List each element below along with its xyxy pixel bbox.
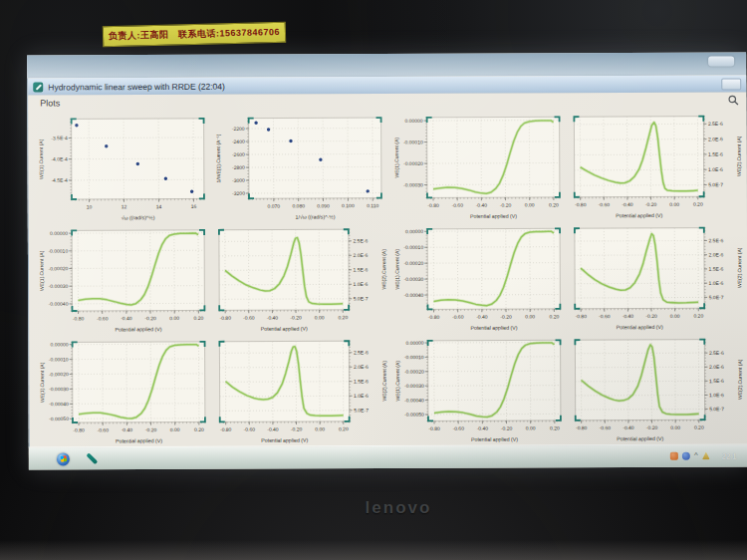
chart-disk-lsv-2[interactable]: -0.80-0.60-0.40-0.200.000.200.00000-0.00…: [35, 224, 212, 336]
svg-text:√ω ((rad/s)^½): √ω ((rad/s)^½): [122, 214, 155, 220]
svg-text:-2400: -2400: [232, 139, 245, 144]
svg-text:-0.80: -0.80: [73, 315, 85, 321]
tray-app-icon-orange[interactable]: [670, 452, 678, 460]
titlebar-button[interactable]: [721, 78, 741, 90]
svg-text:0.00000: 0.00000: [50, 341, 68, 347]
svg-text:-0.20: -0.20: [499, 202, 511, 208]
tray-chevron-icon[interactable]: ^: [694, 452, 698, 460]
svg-text:-0.60: -0.60: [451, 314, 463, 320]
svg-text:2.0E-6: 2.0E-6: [354, 364, 369, 370]
chart-disk-lsv-4[interactable]: -0.80-0.60-0.40-0.200.000.200.00000-0.00…: [35, 335, 212, 446]
svg-text:-0.80: -0.80: [576, 424, 588, 430]
svg-text:5.0E-7: 5.0E-7: [354, 407, 369, 413]
plot-canvas: -0.80-0.60-0.40-0.200.000.200.00000-0.00…: [35, 335, 212, 446]
chart-ring-lsv-5[interactable]: -0.80-0.60-0.40-0.200.000.202.5E-62.0E-6…: [568, 333, 745, 444]
plots-section-label: Plots: [40, 98, 60, 108]
svg-text:-0.00040: -0.00040: [49, 401, 69, 407]
svg-text:Potential applied (V): Potential applied (V): [470, 435, 517, 441]
svg-text:0.00: 0.00: [525, 424, 535, 430]
svg-text:-0.20: -0.20: [144, 315, 156, 321]
svg-text:2.5E-6: 2.5E-6: [354, 237, 369, 243]
svg-text:-0.40: -0.40: [622, 424, 634, 430]
chart-disk-lsv-5[interactable]: -0.80-0.60-0.40-0.200.000.200.00000-0.00…: [390, 334, 568, 445]
svg-text:1.0E-6: 1.0E-6: [709, 392, 724, 398]
svg-text:0.00: 0.00: [670, 423, 680, 429]
svg-text:-0.00030: -0.00030: [49, 283, 69, 289]
svg-text:14: 14: [156, 203, 162, 209]
svg-text:-0.60: -0.60: [243, 315, 255, 321]
start-button[interactable]: [57, 452, 70, 465]
svg-text:-0.00020: -0.00020: [48, 265, 68, 271]
svg-text:-4.0E-4: -4.0E-4: [51, 156, 68, 162]
svg-text:0.080: 0.080: [293, 203, 306, 209]
svg-text:0.20: 0.20: [693, 313, 703, 319]
svg-text:2.0E-6: 2.0E-6: [354, 252, 369, 258]
plot-canvas: 10121416-3.5E-4-4.0E-4-4.5E-4√ω ((rad/s)…: [34, 113, 211, 224]
svg-text:0.090: 0.090: [318, 202, 331, 208]
svg-text:-0.20: -0.20: [646, 424, 658, 430]
svg-text:-0.60: -0.60: [97, 315, 109, 321]
svg-text:-0.20: -0.20: [291, 314, 303, 320]
tray-app-icon-blue[interactable]: [682, 452, 690, 460]
svg-text:5.0E-7: 5.0E-7: [708, 294, 723, 300]
svg-text:1.5E-6: 1.5E-6: [354, 378, 369, 384]
svg-text:-0.00040: -0.00040: [404, 397, 424, 403]
svg-text:Potential applied (V): Potential applied (V): [262, 436, 309, 442]
chart-ring-lsv-3[interactable]: -0.80-0.60-0.40-0.200.000.202.5E-62.0E-6…: [568, 221, 745, 333]
svg-text:-0.80: -0.80: [427, 314, 439, 320]
svg-text:-0.40: -0.40: [622, 201, 633, 207]
svg-text:-0.00020: -0.00020: [402, 160, 422, 166]
chart-ring-lsv-4[interactable]: -0.80-0.60-0.40-0.200.000.202.5E-62.0E-6…: [213, 335, 390, 446]
svg-text:Potential applied (V): Potential applied (V): [116, 437, 162, 443]
svg-text:-2200: -2200: [232, 126, 245, 132]
chart-ring-lsv-1[interactable]: -0.80-0.60-0.40-0.200.000.202.5E-62.0E-6…: [567, 110, 744, 221]
taskbar[interactable]: ^ 22:1: [29, 443, 747, 469]
svg-text:-0.20: -0.20: [500, 313, 512, 319]
taskbar-clock[interactable]: 22:1: [722, 451, 747, 460]
plots-panel: Plots 10121416-3.5E-4-4.0E-4-4.5E-4√ω ((…: [28, 92, 747, 447]
svg-text:-0.80: -0.80: [220, 425, 232, 431]
svg-text:1.0E-6: 1.0E-6: [708, 166, 723, 172]
svg-text:1.0E-6: 1.0E-6: [708, 280, 723, 286]
chart-disk-lsv-1[interactable]: -0.80-0.60-0.40-0.200.000.200.00000-0.00…: [389, 111, 567, 222]
svg-text:WE(1).Current (A): WE(1).Current (A): [39, 362, 45, 403]
magnifier-icon[interactable]: [727, 94, 739, 106]
svg-text:2.0E-6: 2.0E-6: [708, 136, 723, 141]
svg-text:0.00000: 0.00000: [404, 228, 422, 234]
svg-text:WE(1).Current (A): WE(1).Current (A): [39, 250, 45, 291]
chart-ring-lsv-2[interactable]: -0.80-0.60-0.40-0.200.000.202.5E-62.0E-6…: [212, 223, 389, 335]
svg-text:0.00: 0.00: [524, 202, 534, 208]
svg-text:0.20: 0.20: [339, 314, 349, 320]
svg-text:-0.00020: -0.00020: [49, 371, 69, 377]
svg-text:-0.20: -0.20: [291, 425, 303, 431]
svg-text:-0.60: -0.60: [451, 202, 463, 208]
svg-text:WE(1).Current (A): WE(1).Current (A): [393, 138, 399, 178]
taskbar-item-nova[interactable]: [84, 450, 100, 466]
svg-text:WE(1).Current (A): WE(1).Current (A): [38, 139, 44, 179]
window-title: Hydrodynamic linear sweep with RRDE (22:…: [48, 81, 225, 92]
svg-text:2.5E-6: 2.5E-6: [709, 349, 724, 355]
svg-text:-0.20: -0.20: [645, 201, 657, 207]
plot-canvas: -0.80-0.60-0.40-0.200.000.200.00000-0.00…: [390, 334, 568, 445]
svg-text:-0.80: -0.80: [73, 426, 85, 432]
svg-text:-0.00010: -0.00010: [48, 247, 68, 253]
svg-text:-0.00010: -0.00010: [403, 244, 423, 250]
chart-disk-lsv-3[interactable]: -0.80-0.60-0.40-0.200.000.200.00000-0.00…: [389, 222, 567, 334]
svg-text:-0.60: -0.60: [97, 426, 109, 432]
chart-levich[interactable]: 10121416-3.5E-4-4.0E-4-4.5E-4√ω ((rad/s)…: [34, 113, 211, 224]
svg-text:-0.60: -0.60: [452, 424, 464, 430]
chart-koutecky-levich[interactable]: 0.0700.0800.0900.1000.110-2200-2400-2600…: [212, 112, 389, 223]
tray-warning-icon[interactable]: [702, 452, 710, 460]
svg-text:-0.00030: -0.00030: [403, 181, 423, 187]
svg-text:-0.80: -0.80: [575, 201, 587, 207]
svg-text:WE(2).Current (A): WE(2).Current (A): [381, 360, 387, 401]
svg-text:-0.40: -0.40: [476, 424, 488, 430]
svg-text:-0.00030: -0.00030: [403, 276, 423, 282]
svg-text:0.20: 0.20: [694, 423, 704, 429]
svg-text:0.00: 0.00: [170, 426, 180, 432]
plot-canvas: -0.80-0.60-0.40-0.200.000.202.5E-62.0E-6…: [568, 221, 745, 333]
svg-text:12: 12: [122, 203, 127, 209]
svg-text:0.00: 0.00: [316, 425, 326, 431]
svg-text:0.20: 0.20: [549, 424, 559, 430]
svg-text:-4.5E-4: -4.5E-4: [51, 177, 68, 183]
